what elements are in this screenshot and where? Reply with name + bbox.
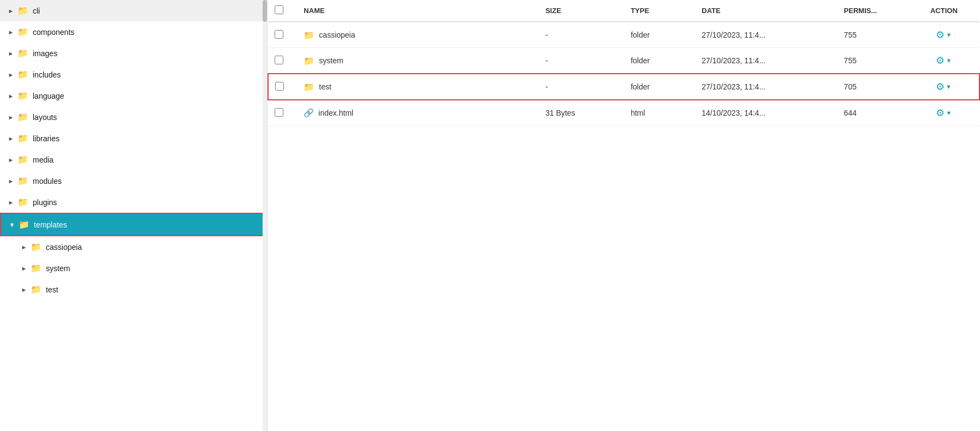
- sidebar-item-layouts[interactable]: ► 📁 layouts: [0, 106, 267, 128]
- row-action-cell: ⚙ ▼: [908, 74, 979, 100]
- header-date: DATE: [695, 0, 837, 22]
- header-type: TYPE: [624, 0, 695, 22]
- header-checkbox-cell: [268, 0, 297, 22]
- sidebar-item-cassiopeia-child[interactable]: ► 📁 cassiopeia: [0, 236, 267, 258]
- chevron-right-icon: ►: [7, 8, 15, 14]
- chevron-down-icon: ▼: [8, 222, 16, 228]
- dropdown-arrow-icon: ▼: [946, 57, 952, 64]
- row-perms: 755: [838, 48, 908, 74]
- row-checkbox-cell: [268, 48, 297, 74]
- folder-icon: 📁: [31, 242, 41, 252]
- sidebar-item-includes[interactable]: ► 📁 includes: [0, 64, 267, 85]
- sidebar-item-label: layouts: [33, 113, 57, 122]
- sidebar-item-label: cli: [33, 7, 40, 15]
- sidebar-item-test-child[interactable]: ► 📁 test: [0, 279, 267, 300]
- row-type: folder: [624, 22, 695, 48]
- row-type: folder: [624, 74, 695, 100]
- folder-icon: 📁: [31, 284, 41, 295]
- gear-icon: ⚙: [936, 55, 945, 67]
- sidebar-item-system-child[interactable]: ► 📁 system: [0, 258, 267, 279]
- row-name-cell: 📁 test: [297, 74, 539, 100]
- row-checkbox[interactable]: [275, 56, 283, 64]
- folder-icon: 📁: [17, 48, 28, 58]
- action-button[interactable]: ⚙ ▼: [933, 53, 955, 68]
- chevron-right-icon: ►: [7, 114, 15, 121]
- file-name: index.html: [318, 109, 353, 117]
- row-name-cell: 📁 system: [297, 48, 539, 74]
- action-button[interactable]: ⚙ ▼: [933, 80, 955, 94]
- sidebar-item-cli[interactable]: ► 📁 cli: [0, 0, 267, 21]
- row-checkbox[interactable]: [275, 30, 283, 39]
- scrollbar[interactable]: [263, 0, 267, 431]
- row-checkbox[interactable]: [275, 82, 284, 91]
- sidebar-item-label: system: [46, 264, 70, 273]
- row-size: -: [539, 22, 624, 48]
- folder-icon: 📁: [304, 56, 314, 66]
- sidebar-item-libraries[interactable]: ► 📁 libraries: [0, 128, 267, 149]
- file-table: NAME SIZE TYPE DATE PERMIS... ACTION 📁 c…: [268, 0, 980, 126]
- row-checkbox-cell: [268, 22, 297, 48]
- symlink-icon: 🔗: [304, 108, 314, 118]
- folder-icon: 📁: [17, 176, 28, 186]
- row-size: -: [539, 48, 624, 74]
- gear-icon: ⚙: [936, 107, 945, 119]
- sidebar-item-templates[interactable]: ▼ 📁 templates: [0, 213, 267, 236]
- folder-icon: 📁: [17, 27, 28, 37]
- folder-icon: 📁: [31, 263, 41, 273]
- folder-icon: 📁: [17, 91, 28, 101]
- dropdown-arrow-icon: ▼: [946, 32, 952, 38]
- select-all-checkbox[interactable]: [275, 5, 283, 14]
- chevron-right-icon: ►: [7, 157, 15, 163]
- header-size: SIZE: [539, 0, 624, 22]
- sidebar-item-plugins[interactable]: ► 📁 plugins: [0, 191, 267, 213]
- table-row: 📁 system - folder 27/10/2023, 11:4... 75…: [268, 48, 979, 74]
- folder-icon: 📁: [17, 5, 28, 16]
- row-action-cell: ⚙ ▼: [908, 100, 979, 126]
- row-perms: 755: [838, 22, 908, 48]
- folder-icon: 📁: [304, 82, 314, 92]
- file-tree-sidebar: ► 📁 cli ► 📁 components ► 📁 images ► 📁 in…: [0, 0, 268, 431]
- sidebar-item-label: cassiopeia: [46, 243, 82, 252]
- file-name: system: [319, 56, 343, 65]
- chevron-right-icon: ►: [7, 71, 15, 78]
- file-list-content: NAME SIZE TYPE DATE PERMIS... ACTION 📁 c…: [268, 0, 980, 431]
- action-button[interactable]: ⚙ ▼: [933, 28, 955, 42]
- sidebar-item-modules[interactable]: ► 📁 modules: [0, 170, 267, 191]
- dropdown-arrow-icon: ▼: [946, 110, 952, 116]
- sidebar-item-label: libraries: [33, 134, 60, 143]
- folder-icon: 📁: [19, 219, 29, 230]
- sidebar-item-label: test: [46, 285, 58, 294]
- row-action-cell: ⚙ ▼: [908, 22, 979, 48]
- sidebar-item-label: language: [33, 92, 64, 100]
- sidebar-item-label: includes: [33, 70, 61, 79]
- sidebar-item-images[interactable]: ► 📁 images: [0, 43, 267, 64]
- chevron-right-icon: ►: [7, 135, 15, 142]
- chevron-right-icon: ►: [7, 199, 15, 206]
- chevron-right-icon: ►: [20, 265, 28, 272]
- sidebar-item-media[interactable]: ► 📁 media: [0, 149, 267, 170]
- sidebar-item-language[interactable]: ► 📁 language: [0, 85, 267, 106]
- row-action-cell: ⚙ ▼: [908, 48, 979, 74]
- table-row: 📁 cassiopeia - folder 27/10/2023, 11:4..…: [268, 22, 979, 48]
- row-checkbox[interactable]: [275, 108, 283, 117]
- sidebar-item-components[interactable]: ► 📁 components: [0, 21, 267, 43]
- file-name: cassiopeia: [319, 31, 355, 39]
- dropdown-arrow-icon: ▼: [946, 83, 952, 90]
- table-row: 🔗 index.html 31 Bytes html 14/10/2023, 1…: [268, 100, 979, 126]
- action-button[interactable]: ⚙ ▼: [933, 106, 955, 120]
- row-size: 31 Bytes: [539, 100, 624, 126]
- header-perms: PERMIS...: [838, 0, 908, 22]
- row-size: -: [539, 74, 624, 100]
- row-date: 27/10/2023, 11:4...: [695, 48, 837, 74]
- row-name-cell: 📁 cassiopeia: [297, 22, 539, 48]
- header-action: ACTION: [908, 0, 979, 22]
- gear-icon: ⚙: [936, 29, 945, 41]
- row-date: 14/10/2023, 14:4...: [695, 100, 837, 126]
- scroll-thumb[interactable]: [263, 0, 267, 22]
- chevron-right-icon: ►: [7, 93, 15, 99]
- row-type: html: [624, 100, 695, 126]
- table-row: 📁 test - folder 27/10/2023, 11:4... 705 …: [268, 74, 979, 100]
- gear-icon: ⚙: [936, 81, 945, 93]
- folder-icon: 📁: [17, 197, 28, 207]
- row-perms: 705: [838, 74, 908, 100]
